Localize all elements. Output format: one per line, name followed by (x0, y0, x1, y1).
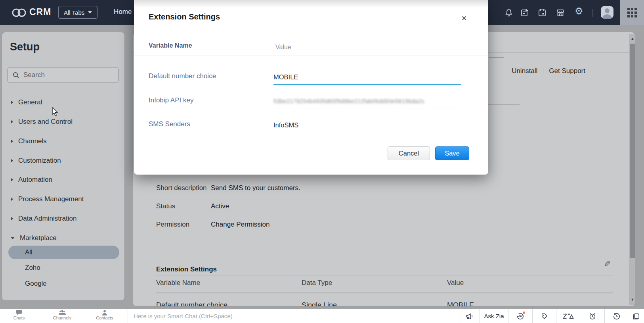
ask-zia-label: Ask Zia (484, 313, 504, 319)
alarm-clock-icon (589, 312, 596, 320)
pulse-chart-icon (516, 312, 524, 320)
zoho-crm-setup-page: CRM All Tabs Home (0, 0, 644, 323)
announcements-button[interactable] (459, 309, 480, 323)
bottom-smart-chat-bar: Chats Channels Contacts (0, 309, 644, 323)
chat-bubble-icon (15, 310, 23, 315)
nav-tab-home[interactable]: Home (114, 8, 132, 16)
smart-chat-input-area[interactable] (128, 309, 447, 323)
copy-sheets-icon (633, 312, 640, 320)
zia-sketch-button[interactable] (556, 309, 580, 323)
people-group-icon (58, 310, 66, 315)
all-tabs-dropdown[interactable]: All Tabs (58, 6, 97, 19)
save-button[interactable]: Save (435, 146, 469, 160)
input-underline (273, 108, 461, 108)
field-value-infobip-api-key[interactable]: 53be2179254b4935d65f9d8be212fab06dd93e58… (273, 98, 461, 106)
input-underline (273, 132, 461, 132)
megaphone-icon (465, 313, 474, 320)
field-value-default-number-choice[interactable]: MOBILE (273, 73, 461, 81)
person-icon (102, 310, 107, 315)
marketplace-store-icon[interactable] (556, 8, 565, 17)
modal-header-divider (134, 56, 488, 56)
tag-icon (541, 312, 548, 320)
app-launcher-button[interactable] (620, 0, 644, 25)
copy-sheets-button[interactable] (628, 309, 644, 323)
tag-notes-button[interactable] (532, 309, 556, 323)
modal-column-variable-name: Variable Name (149, 42, 192, 49)
mouse-cursor (52, 107, 59, 117)
topbar-divider (592, 9, 592, 17)
field-value-sms-senders[interactable]: InfoSMS (273, 121, 461, 129)
field-label-infobip-api-key: Infobip API key (149, 96, 193, 104)
modal-footer-divider (134, 140, 488, 140)
crm-brand-label: CRM (29, 7, 51, 17)
zoho-logo-icon (11, 7, 28, 18)
contacts-button[interactable]: Contacts (89, 310, 120, 320)
chats-button[interactable]: Chats (3, 310, 35, 320)
chevron-down-icon (88, 11, 92, 13)
contacts-label: Contacts (96, 315, 113, 320)
all-tabs-label: All Tabs (64, 9, 84, 16)
chats-label: Chats (13, 315, 25, 320)
focused-input-underline (273, 84, 461, 85)
cancel-button[interactable]: Cancel (388, 146, 430, 160)
field-label-default-number-choice: Default number choice (149, 72, 216, 80)
smart-chat-input[interactable] (133, 312, 447, 320)
close-icon[interactable]: ✕ (461, 14, 467, 23)
reminders-button[interactable] (580, 309, 604, 323)
channels-label: Channels (53, 315, 71, 320)
settings-gear-icon[interactable]: ⚙ (575, 6, 584, 16)
notification-dot (523, 311, 525, 314)
extension-settings-modal: Extension Settings ✕ Variable Name Value… (134, 0, 488, 175)
channels-button[interactable]: Channels (46, 310, 78, 320)
notifications-bell-icon[interactable] (504, 8, 514, 17)
compose-note-icon[interactable] (520, 8, 529, 17)
modal-column-value: Value (275, 44, 291, 51)
pulse-analytics-button[interactable] (508, 309, 532, 323)
recent-history-button[interactable] (604, 309, 628, 323)
ask-zia-button[interactable]: Ask Zia (480, 309, 508, 323)
calendar-icon[interactable] (537, 8, 547, 17)
history-clock-icon (613, 312, 621, 320)
apps-grid-icon (627, 8, 637, 17)
redacted-api-key: 53be2179254b4935d65f9d8be212fab06dd93e58… (273, 98, 461, 104)
user-avatar[interactable] (601, 6, 613, 19)
field-label-sms-senders: SMS Senders (149, 120, 190, 128)
zia-sketch-icon (562, 313, 574, 320)
modal-title: Extension Settings (149, 12, 220, 21)
